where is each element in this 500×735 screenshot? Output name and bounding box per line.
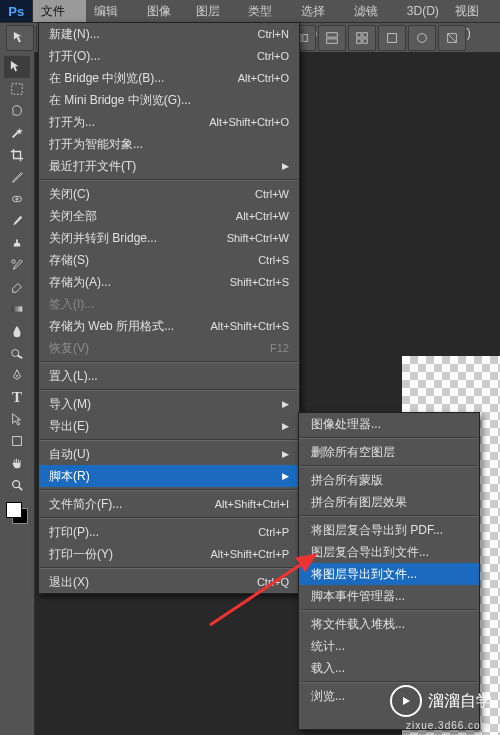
menu-5[interactable]: 选择(S) bbox=[293, 0, 346, 22]
file-menu-item-17[interactable]: 置入(L)... bbox=[39, 365, 299, 387]
menu-item-label: 存储为 Web 所用格式... bbox=[49, 318, 174, 335]
file-menu-item-1[interactable]: 打开(O)...Ctrl+O bbox=[39, 45, 299, 67]
menu-item-label: 最近打开文件(T) bbox=[49, 158, 136, 175]
path-select-tool[interactable] bbox=[4, 408, 30, 430]
svg-rect-5 bbox=[327, 39, 338, 43]
menu-item-label: 打印(P)... bbox=[49, 524, 99, 541]
gradient-tool[interactable] bbox=[4, 298, 30, 320]
script-menu-item-13[interactable]: 统计... bbox=[299, 635, 479, 657]
file-menu-item-30[interactable]: 退出(X)Ctrl+Q bbox=[39, 571, 299, 593]
file-menu-item-12[interactable]: 存储为(A)...Shift+Ctrl+S bbox=[39, 271, 299, 293]
script-menu-item-5[interactable]: 拼合所有图层效果 bbox=[299, 491, 479, 513]
file-menu-item-20[interactable]: 导出(E)▶ bbox=[39, 415, 299, 437]
separator bbox=[300, 437, 478, 439]
zoom-tool[interactable] bbox=[4, 474, 30, 496]
file-menu-dropdown: 新建(N)...Ctrl+N打开(O)...Ctrl+O在 Bridge 中浏览… bbox=[38, 22, 300, 594]
menu-item-label: 退出(X) bbox=[49, 574, 89, 591]
move-tool[interactable] bbox=[4, 56, 30, 78]
menu-item-label: 关闭(C) bbox=[49, 186, 90, 203]
file-menu-item-2[interactable]: 在 Bridge 中浏览(B)...Alt+Ctrl+O bbox=[39, 67, 299, 89]
menu-item-label: 新建(N)... bbox=[49, 26, 100, 43]
file-menu-item-28[interactable]: 打印一份(Y)Alt+Shift+Ctrl+P bbox=[39, 543, 299, 565]
svg-rect-18 bbox=[12, 306, 23, 311]
script-menu-item-4[interactable]: 拼合所有蒙版 bbox=[299, 469, 479, 491]
watermark-logo: 溜溜自学 bbox=[390, 685, 492, 717]
blur-tool[interactable] bbox=[4, 320, 30, 342]
script-menu-item-10[interactable]: 脚本事件管理器... bbox=[299, 585, 479, 607]
eraser-tool[interactable] bbox=[4, 276, 30, 298]
file-menu-item-5[interactable]: 打开为智能对象... bbox=[39, 133, 299, 155]
menu-item-label: 导出(E) bbox=[49, 418, 89, 435]
menu-6[interactable]: 滤镜(T) bbox=[346, 0, 399, 22]
menu-2[interactable]: 图像(I) bbox=[139, 0, 188, 22]
clone-stamp-tool[interactable] bbox=[4, 232, 30, 254]
arrange-icon-3[interactable] bbox=[348, 25, 376, 51]
arrange-icon-2[interactable] bbox=[318, 25, 346, 51]
svg-rect-10 bbox=[388, 34, 397, 43]
menu-item-label: 在 Bridge 中浏览(B)... bbox=[49, 70, 164, 87]
hand-tool[interactable] bbox=[4, 452, 30, 474]
marquee-tool[interactable] bbox=[4, 78, 30, 100]
pen-tool[interactable] bbox=[4, 364, 30, 386]
menu-item-label: 文件简介(F)... bbox=[49, 496, 122, 513]
file-menu-item-0[interactable]: 新建(N)...Ctrl+N bbox=[39, 23, 299, 45]
brush-tool[interactable] bbox=[4, 210, 30, 232]
script-menu-item-0[interactable]: 图像处理器... bbox=[299, 413, 479, 435]
file-menu-item-23[interactable]: 脚本(R)▶ bbox=[39, 465, 299, 487]
script-menu-item-2[interactable]: 删除所有空图层 bbox=[299, 441, 479, 463]
svg-rect-8 bbox=[357, 39, 361, 43]
type-tool[interactable]: T bbox=[4, 386, 30, 408]
file-menu-item-13: 签入(I)... bbox=[39, 293, 299, 315]
file-menu-item-3[interactable]: 在 Mini Bridge 中浏览(G)... bbox=[39, 89, 299, 111]
menu-shortcut: Ctrl+Q bbox=[257, 576, 289, 588]
script-menu-item-14[interactable]: 载入... bbox=[299, 657, 479, 679]
menu-4[interactable]: 类型(Y) bbox=[240, 0, 293, 22]
file-menu-item-8[interactable]: 关闭(C)Ctrl+W bbox=[39, 183, 299, 205]
menu-shortcut: Ctrl+S bbox=[258, 254, 289, 266]
file-menu-item-4[interactable]: 打开为...Alt+Shift+Ctrl+O bbox=[39, 111, 299, 133]
script-menu-item-8[interactable]: 图层复合导出到文件... bbox=[299, 541, 479, 563]
separator bbox=[40, 567, 298, 569]
color-swatches[interactable] bbox=[6, 502, 28, 524]
script-menu-item-7[interactable]: 将图层复合导出到 PDF... bbox=[299, 519, 479, 541]
menu-3[interactable]: 图层(L) bbox=[188, 0, 240, 22]
fg-color-swatch[interactable] bbox=[6, 502, 22, 518]
magic-wand-tool[interactable] bbox=[4, 122, 30, 144]
mode-icon-1[interactable] bbox=[408, 25, 436, 51]
eyedropper-tool[interactable] bbox=[4, 166, 30, 188]
menu-item-label: 置入(L)... bbox=[49, 368, 98, 385]
file-menu-item-6[interactable]: 最近打开文件(T)▶ bbox=[39, 155, 299, 177]
script-menu-item-9[interactable]: 将图层导出到文件... bbox=[299, 563, 479, 585]
menu-7[interactable]: 3D(D) bbox=[399, 0, 447, 22]
file-menu-item-10[interactable]: 关闭并转到 Bridge...Shift+Ctrl+W bbox=[39, 227, 299, 249]
crop-tool[interactable] bbox=[4, 144, 30, 166]
file-menu-item-14[interactable]: 存储为 Web 所用格式...Alt+Shift+Ctrl+S bbox=[39, 315, 299, 337]
shape-tool[interactable] bbox=[4, 430, 30, 452]
dodge-tool[interactable] bbox=[4, 342, 30, 364]
menu-item-label: 存储为(A)... bbox=[49, 274, 111, 291]
file-menu-item-9[interactable]: 关闭全部Alt+Ctrl+W bbox=[39, 205, 299, 227]
separator bbox=[40, 179, 298, 181]
toolbox: T bbox=[0, 52, 35, 735]
file-menu-item-22[interactable]: 自动(U)▶ bbox=[39, 443, 299, 465]
file-menu-item-11[interactable]: 存储(S)Ctrl+S bbox=[39, 249, 299, 271]
menu-item-label: 打开(O)... bbox=[49, 48, 100, 65]
file-menu-item-25[interactable]: 文件简介(F)...Alt+Shift+Ctrl+I bbox=[39, 493, 299, 515]
arrange-icon-4[interactable] bbox=[378, 25, 406, 51]
separator bbox=[40, 361, 298, 363]
script-menu-item-12[interactable]: 将文件载入堆栈... bbox=[299, 613, 479, 635]
mode-icon-2[interactable] bbox=[438, 25, 466, 51]
file-menu-item-19[interactable]: 导入(M)▶ bbox=[39, 393, 299, 415]
menu-1[interactable]: 编辑(E) bbox=[86, 0, 139, 22]
separator bbox=[300, 515, 478, 517]
menu-8[interactable]: 视图(V) bbox=[447, 0, 500, 22]
lasso-tool[interactable] bbox=[4, 100, 30, 122]
menu-item-label: 关闭并转到 Bridge... bbox=[49, 230, 157, 247]
menu-0[interactable]: 文件(F) bbox=[33, 0, 86, 22]
history-brush-tool[interactable] bbox=[4, 254, 30, 276]
menu-item-label: 在 Mini Bridge 中浏览(G)... bbox=[49, 92, 191, 109]
svg-line-24 bbox=[19, 487, 23, 491]
menu-item-label: 打印一份(Y) bbox=[49, 546, 113, 563]
healing-brush-tool[interactable] bbox=[4, 188, 30, 210]
file-menu-item-27[interactable]: 打印(P)...Ctrl+P bbox=[39, 521, 299, 543]
